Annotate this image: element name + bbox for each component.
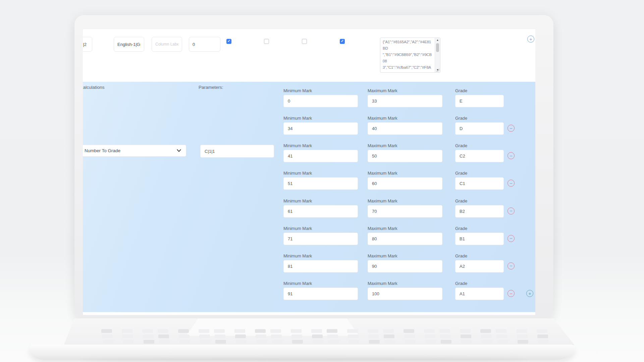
max-mark-input[interactable] [368,260,442,273]
grade-input[interactable] [455,177,504,190]
remove-row-button[interactable]: − [507,125,515,132]
min-mark-input[interactable] [283,95,358,107]
laptop-key [311,329,322,333]
remove-row-button[interactable]: − [507,152,515,159]
remove-row-button[interactable]: − [507,207,515,215]
max-mark-label: Maximum Mark [368,198,397,203]
toolbar-checkbox-4[interactable] [340,39,345,44]
min-mark-input[interactable] [283,288,358,300]
laptop-key [327,335,338,338]
scroll-up-icon[interactable]: ▲ [436,38,439,43]
laptop-lid: {"A1":"#8165A2","A2":"#4E81BD ","B1":"#9… [74,15,553,319]
resize-handle-icon[interactable] [436,69,440,72]
minus-circle-icon: − [509,291,512,296]
grade-input[interactable] [455,95,504,107]
minus-circle-icon: − [509,236,512,241]
laptop-key [368,329,378,333]
grade-colors-textarea-wrap: {"A1":"#8165A2","A2":"#4E81BD ","B1":"#9… [380,38,440,73]
laptop-key [144,340,154,344]
laptop-key [158,335,169,338]
laptop-key [255,329,266,333]
laptop-key [102,335,113,338]
touchpad [186,318,359,336]
laptop-key [328,340,339,344]
laptop-key [272,340,282,344]
min-mark-input[interactable] [283,205,358,218]
laptop-key [178,329,189,333]
toolbar-field-4[interactable] [189,37,220,52]
laptop-key [404,329,414,333]
toolbar-field-2[interactable] [114,37,144,52]
max-mark-input[interactable] [368,95,442,107]
min-mark-label: Minimum Mark [283,88,312,93]
grade-input[interactable] [455,260,504,273]
laptop-key [142,329,153,333]
laptop-key [200,340,211,344]
max-mark-input[interactable] [368,122,442,135]
laptop-key [159,340,170,344]
laptop-key [199,329,209,333]
min-mark-label: Minimum Mark [283,116,312,121]
laptop-key [256,340,267,344]
laptop-key [440,335,451,338]
grade-label: Grade [455,88,467,93]
remove-row-button[interactable]: − [507,290,515,297]
grade-input[interactable] [455,288,504,300]
min-mark-input[interactable] [283,260,358,273]
grade-label: Grade [455,116,467,121]
add-row-button[interactable]: + [526,290,533,297]
grade-input[interactable] [455,233,504,245]
max-mark-input[interactable] [368,288,442,300]
grade-input[interactable] [455,122,504,135]
max-mark-label: Maximum Mark [368,88,397,93]
scroll-thumb[interactable] [436,43,439,52]
textarea-scrollbar[interactable]: ▲ ▼ [435,38,440,72]
max-mark-input[interactable] [368,177,442,190]
laptop-key [537,335,548,338]
max-mark-label: Maximum Mark [368,143,397,148]
max-mark-input[interactable] [368,205,442,218]
laptop-key [348,335,359,338]
toolbar-field-1[interactable] [83,37,92,52]
toolbar-checkbox-3[interactable] [302,39,307,44]
grade-colors-textarea[interactable]: {"A1":"#8165A2","A2":"#4E81BD ","B1":"#9… [380,38,440,73]
add-column-button[interactable]: + [527,36,534,43]
grade-row: Minimum Mark Maximum Mark Grade − [83,253,535,274]
laptop-key [425,340,436,344]
min-mark-input[interactable] [283,177,358,190]
laptop-key [482,340,492,344]
min-mark-label: Minimum Mark [283,253,312,258]
laptop-key [327,329,337,333]
laptop-key [179,340,190,344]
remove-row-button[interactable]: − [507,180,515,187]
min-mark-input[interactable] [283,122,358,135]
min-mark-input[interactable] [283,150,358,162]
laptop-key [123,340,134,344]
toolbar-checkbox-1[interactable] [226,39,231,44]
laptop-key [199,335,210,338]
minus-circle-icon: − [509,126,512,131]
laptop-key [460,329,471,333]
minus-circle-icon: − [509,208,512,213]
toolbar-field-3[interactable] [152,37,182,52]
grade-input[interactable] [455,205,504,218]
max-mark-input[interactable] [368,150,442,162]
laptop-key [480,329,491,333]
max-mark-label: Maximum Mark [368,281,397,286]
remove-row-button[interactable]: − [507,262,515,269]
laptop-key [384,340,395,344]
grade-label: Grade [455,171,467,176]
laptop-key [291,329,302,333]
toolbar-checkbox-2[interactable] [264,39,269,44]
laptop-screen: {"A1":"#8165A2","A2":"#4E81BD ","B1":"#9… [83,29,535,315]
laptop-key [424,329,435,333]
grade-input[interactable] [455,150,504,162]
grade-label: Grade [455,198,467,203]
minus-circle-icon: − [509,263,512,268]
min-mark-input[interactable] [283,233,358,245]
laptop-key [271,335,282,338]
remove-row-button[interactable]: − [507,235,515,242]
laptop-key [215,335,225,338]
max-mark-input[interactable] [368,233,442,245]
laptop-key [270,329,281,333]
